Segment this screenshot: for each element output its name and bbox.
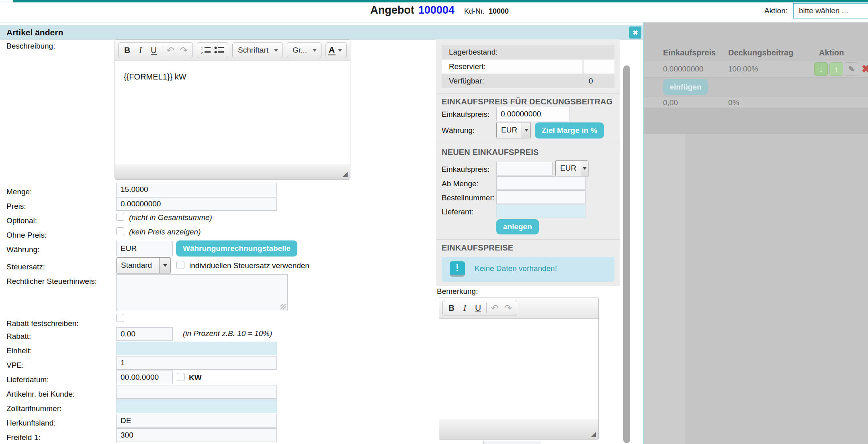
row1-einkaufspreis: 0.00000000 [663,65,703,73]
steuersatz-select[interactable]: Standard [116,257,171,273]
vpe-label: VPE: [6,361,24,370]
bemerkung-label: Bemerkung: [437,287,478,296]
italic-button[interactable]: I [134,43,147,57]
list-group: 1 2 [197,42,228,58]
move-down-icon[interactable]: ↓ [814,62,828,76]
row1-deckungsbeitrag: 100.00% [728,65,758,73]
undo-icon[interactable]: ↶ [164,43,177,57]
anlegen-button[interactable]: anlegen [496,219,539,234]
redo-icon[interactable]: ↷ [177,43,190,57]
redo-icon[interactable]: ↷ [502,301,515,315]
ohne-preis-checkbox[interactable] [116,227,124,235]
herkunftsland-input[interactable] [116,414,277,428]
ziel-marge-button[interactable]: Ziel Marge in % [535,122,604,138]
resize-handle-icon[interactable] [280,304,286,310]
optional-hint: (nicht in Gesamtsumme) [129,213,212,222]
chevron-down-icon [274,49,278,52]
db-section-title: EINKAUFSPREIS FÜR DECKUNGSBEITRAG [442,97,613,106]
edit-icon[interactable]: ✎ [845,62,858,76]
einfuegen-button[interactable]: einfügen [663,79,708,95]
undo-icon[interactable]: ↶ [488,301,502,315]
customer-number-label: Kd-Nr. [464,7,485,16]
individueller-steuersatz-checkbox[interactable] [176,261,184,269]
ordered-list-icon[interactable]: 1 2 [199,43,213,57]
db-waehrung-label: Währung: [442,126,475,135]
lieferant-input[interactable] [496,204,585,218]
doc-type-label: Angebot [370,4,414,16]
ab-menge-input[interactable] [496,176,585,190]
steuerhinweis-textarea[interactable] [116,274,288,311]
format-group: B I U ↶ ↷ [442,300,517,316]
kw-checkbox[interactable] [177,373,185,381]
resize-handle-icon[interactable]: ◢ [342,170,348,178]
doc-number-link[interactable]: 100004 [418,4,454,16]
bestellnummer-input[interactable] [496,190,585,204]
italic-button[interactable]: I [458,301,471,315]
section-divider [436,93,620,94]
table-row: Verfügbar: 0 [442,74,614,88]
bestellnummer-label: Bestellnummer: [442,193,495,202]
bemerkung-editor: B I U ↶ ↷ ◢ [439,297,599,440]
preis-input[interactable] [116,197,277,211]
bold-button[interactable]: B [445,301,458,315]
rabatt-fest-checkbox[interactable] [116,314,124,322]
zolltarif-input[interactable] [116,399,277,413]
bullet-list-icon[interactable] [213,43,226,57]
underline-button[interactable]: U [471,301,485,315]
font-color-icon: A [328,45,336,55]
waehrung-input[interactable] [116,241,173,256]
cutoff-element [483,441,541,444]
lieferdatum-input[interactable] [116,371,173,384]
font-family-label: Schriftart [235,46,272,55]
action-label: Aktion: [764,6,788,15]
rabatt-input[interactable] [116,327,173,341]
description-editor-content[interactable]: {{FORMEL1}} kW [115,61,350,165]
font-family-dropdown[interactable]: Schriftart [232,42,283,58]
np-waehrung-select[interactable]: EUR [555,160,588,176]
steuersatz-label: Steuersatz: [6,263,45,271]
bold-button[interactable]: B [121,43,134,57]
description-editor-statusbar: ◢ [115,164,350,179]
font-color-dropdown[interactable]: A [326,42,347,58]
move-up-icon[interactable]: ↑ [829,62,843,76]
chevron-down-icon [522,122,530,138]
np-einkaufspreis-input[interactable] [496,162,553,175]
dialog-scrollbar[interactable] [623,65,630,443]
artikelnr-input[interactable] [116,385,277,399]
lagerbestand-value [584,45,614,59]
row1-actions: ↓ ↑ ✎ ✖ [814,62,868,76]
optional-checkbox[interactable] [116,213,124,221]
bemerkung-editor-toolbar: B I U ↶ ↷ [439,297,598,319]
rabatt-hint: (in Prozent z.B. 10 = 10%) [183,329,272,338]
waehrungstabelle-button[interactable]: Währungumrechnungstabelle [176,240,297,257]
menge-input[interactable] [116,183,277,196]
underline-button[interactable]: U [147,43,160,57]
resize-handle-icon[interactable]: ◢ [591,430,596,438]
preis-label: Preis: [6,202,26,211]
action-select[interactable]: bitte wählen ... [793,3,868,18]
font-size-dropdown[interactable]: Gr... [287,42,321,58]
delete-icon[interactable]: ✖ [860,62,868,76]
lieferant-label: Lieferant: [442,208,473,216]
row2-einkaufspreis: 0,00 [663,98,678,107]
chevron-down-icon [338,49,342,52]
bemerkung-editor-content[interactable] [439,319,598,420]
svg-text:2: 2 [201,51,203,55]
einheit-input[interactable] [116,342,277,355]
einheit-label: Einheit: [6,346,32,355]
description-editor: B I U ↶ ↷ 1 2 [115,39,350,180]
np-waehrung-value: EUR [556,161,581,176]
format-group: B I U ↶ ↷ [118,42,193,58]
document-title: Angebot 100004 Kd-Nr. 10000 [370,4,509,16]
svg-text:1: 1 [201,46,203,50]
ohne-preis-label: Ohne Preis: [6,231,47,240]
db-einkaufspreis-input[interactable] [496,107,569,121]
close-icon[interactable]: ✖ [629,26,641,39]
rabatt-fest-label: Rabatt festschreiben: [6,319,79,328]
action-area: Aktion: bitte wählen ... [764,3,868,18]
vpe-input[interactable] [116,356,277,370]
freifeld1-input[interactable] [116,428,277,442]
steuersatz-value: Standard [117,258,159,273]
ohne-preis-hint: (kein Preis anzeigen) [129,228,201,236]
db-waehrung-select[interactable]: EUR [496,122,531,138]
